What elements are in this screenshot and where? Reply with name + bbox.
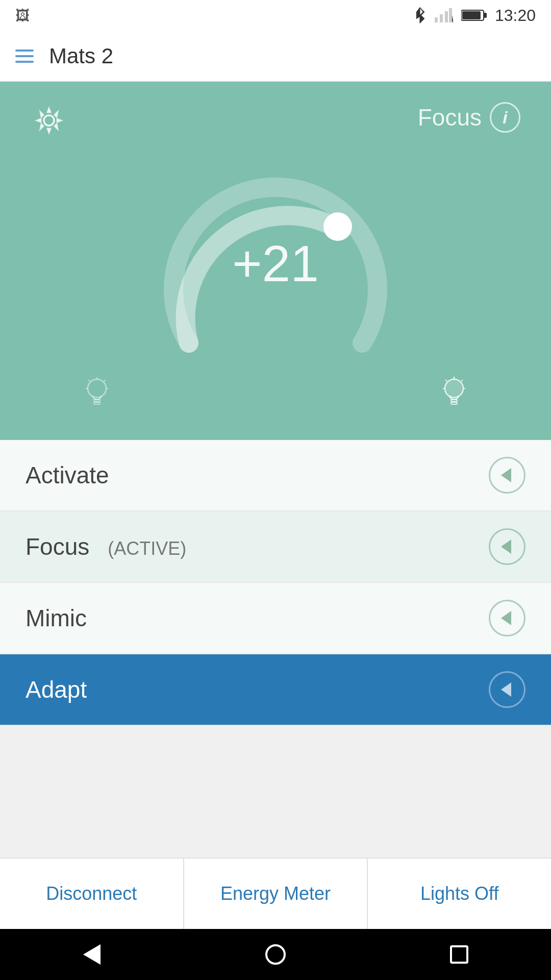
svg-rect-4 bbox=[449, 8, 452, 22]
svg-rect-6 bbox=[462, 11, 481, 19]
focus-chevron-button[interactable] bbox=[489, 528, 525, 565]
chevron-left-icon bbox=[501, 611, 511, 625]
energy-meter-button[interactable]: Energy Meter bbox=[184, 859, 368, 929]
adapt-item[interactable]: Adapt bbox=[0, 654, 551, 726]
activate-label-row: Activate bbox=[26, 461, 109, 489]
svg-rect-12 bbox=[94, 400, 100, 402]
svg-rect-2 bbox=[445, 11, 448, 22]
mode-label: Focus bbox=[418, 104, 482, 131]
svg-rect-7 bbox=[484, 13, 487, 18]
adapt-chevron-button[interactable] bbox=[489, 671, 525, 708]
disconnect-label: Disconnect bbox=[46, 883, 137, 904]
back-icon bbox=[83, 944, 101, 965]
adapt-label-row: Adapt bbox=[26, 676, 87, 703]
status-bar: 🖼 13:20 bbox=[0, 0, 551, 31]
svg-rect-20 bbox=[451, 400, 457, 402]
activate-item[interactable]: Activate bbox=[0, 440, 551, 511]
mimic-label: Mimic bbox=[26, 604, 87, 632]
svg-rect-0 bbox=[435, 17, 438, 22]
focus-label: Focus bbox=[26, 533, 89, 560]
gear-icon bbox=[34, 105, 64, 136]
bottom-nav: Disconnect Energy Meter Lights Off bbox=[0, 857, 551, 929]
mode-label-container: Focus i bbox=[418, 102, 520, 133]
mimic-item[interactable]: Mimic bbox=[0, 583, 551, 654]
svg-rect-13 bbox=[94, 402, 100, 404]
focus-label-row: Focus (ACTIVE) bbox=[26, 533, 186, 560]
status-bar-right: 13:20 bbox=[413, 6, 536, 25]
hamburger-menu-button[interactable] bbox=[15, 50, 34, 63]
svg-point-10 bbox=[323, 212, 352, 241]
svg-rect-21 bbox=[451, 402, 457, 404]
svg-rect-1 bbox=[440, 14, 443, 22]
main-panel: Focus i +21 bbox=[0, 82, 551, 440]
app-title: Mats 2 bbox=[49, 44, 113, 68]
energy-meter-label: Energy Meter bbox=[220, 883, 331, 904]
svg-point-9 bbox=[44, 115, 54, 126]
status-bar-left: 🖼 bbox=[15, 7, 30, 24]
chevron-left-icon bbox=[501, 540, 511, 554]
bluetooth-icon bbox=[413, 6, 427, 24]
dial-value: +21 bbox=[232, 234, 319, 293]
settings-button[interactable] bbox=[31, 102, 67, 139]
disconnect-button[interactable]: Disconnect bbox=[0, 859, 184, 929]
app-bar: Mats 2 bbox=[0, 31, 551, 82]
recents-button[interactable] bbox=[444, 939, 474, 970]
back-button[interactable] bbox=[77, 939, 107, 970]
chevron-left-icon bbox=[501, 468, 511, 482]
activate-label: Activate bbox=[26, 461, 109, 489]
chevron-left-icon bbox=[501, 682, 511, 697]
lights-off-button[interactable]: Lights Off bbox=[368, 859, 551, 929]
info-button[interactable]: i bbox=[490, 102, 520, 133]
focus-item[interactable]: Focus (ACTIVE) bbox=[0, 511, 551, 583]
recents-icon bbox=[450, 945, 468, 964]
signal-off-icon bbox=[435, 7, 453, 23]
android-nav-bar bbox=[0, 929, 551, 980]
lights-off-label: Lights Off bbox=[420, 883, 498, 904]
active-badge: (ACTIVE) bbox=[108, 538, 186, 559]
mimic-label-row: Mimic bbox=[26, 604, 87, 632]
home-button[interactable] bbox=[260, 939, 291, 970]
home-icon bbox=[265, 944, 286, 965]
adapt-label: Adapt bbox=[26, 676, 87, 703]
panel-header: Focus i bbox=[31, 102, 520, 139]
mimic-chevron-button[interactable] bbox=[489, 600, 525, 636]
activate-chevron-button[interactable] bbox=[489, 457, 525, 494]
dial-container: +21 bbox=[31, 149, 520, 384]
time-display: 13:20 bbox=[495, 6, 536, 25]
list-section: Activate Focus (ACTIVE) Mimic Adapt bbox=[0, 440, 551, 726]
battery-icon bbox=[461, 8, 487, 22]
gallery-icon: 🖼 bbox=[15, 7, 30, 24]
